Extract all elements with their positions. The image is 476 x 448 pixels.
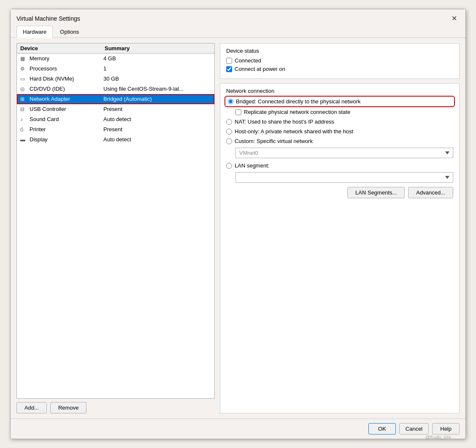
device-row-memory[interactable]: ▦ Memory 4 GB [17,54,214,64]
device-row-cddvd[interactable]: ◎ CD/DVD (IDE) Using file CentOS-Stream-… [17,84,214,94]
device-summary-memory: 4 GB [103,55,211,62]
vmnet-dropdown-row: VMnet0 [235,148,453,158]
close-button[interactable]: ✕ [449,13,460,23]
device-name-network-adapter: Network Adapter [30,96,103,102]
device-name-usb: USB Controller [30,106,103,112]
host-only-radio[interactable] [226,129,232,135]
device-name-cddvd: CD/DVD (IDE) [30,86,103,92]
nat-label: NAT: Used to share the host's IP address [235,119,334,125]
network-adapter-icon: ⊞ [20,96,28,102]
device-name-memory: Memory [30,55,103,62]
bridged-option-row: Bridged: Connected directly to the physi… [226,97,453,105]
device-name-printer: Printer [30,126,103,132]
harddisk-icon: ▭ [20,76,28,82]
tab-hardware[interactable]: Hardware [16,26,53,38]
display-icon: ▬ [20,137,28,143]
advanced-button[interactable]: Advanced... [408,187,453,198]
table-header: Device Summary [17,43,214,54]
processors-icon: ⚙ [20,66,28,72]
cancel-button[interactable]: Cancel [399,423,429,435]
connected-checkbox[interactable] [226,58,232,64]
replicate-row: Replicate physical network connection st… [235,109,453,115]
connected-label: Connected [235,57,261,64]
vmnet-dropdown[interactable]: VMnet0 [235,148,453,158]
soundcard-icon: ♪ [20,116,28,122]
device-row-harddisk[interactable]: ▭ Hard Disk (NVMe) 30 GB [17,74,214,84]
custom-label: Custom: Specific virtual network [235,138,313,144]
virtual-machine-settings-dialog: Virtual Machine Settings ✕ Hardware Opti… [10,9,466,439]
lan-segments-button[interactable]: LAN Segments... [347,187,405,198]
nat-row: NAT: Used to share the host's IP address [226,119,453,125]
connected-row: Connected [226,57,453,64]
col-summary-header: Summary [105,45,211,51]
device-summary-printer: Present [103,126,211,132]
device-row-soundcard[interactable]: ♪ Sound Card Auto detect [17,114,214,124]
device-name-harddisk: Hard Disk (NVMe) [30,76,103,82]
usb-icon: ⊟ [20,106,28,112]
left-buttons: Add... Remove [16,402,215,413]
device-table: Device Summary ▦ Memory 4 GB ⚙ Processor… [16,43,215,399]
nat-radio[interactable] [226,119,232,125]
printer-icon: ⎙ [20,127,28,132]
device-summary-soundcard: Auto detect [103,116,211,122]
power-on-checkbox[interactable] [226,66,232,72]
device-summary-network-adapter: Bridged (Automatic) [103,96,211,102]
lan-dropdown-row [235,172,453,183]
bottom-bar: OK Cancel Help [11,418,465,439]
device-name-display: Display [30,136,103,143]
replicate-checkbox[interactable] [235,109,241,115]
add-button[interactable]: Add... [16,402,47,413]
network-connection-title: Network connection [226,88,453,94]
watermark-text: @Kudo_ichi [426,435,451,440]
device-row-display[interactable]: ▬ Display Auto detect [17,135,214,145]
content-area: Device Summary ▦ Memory 4 GB ⚙ Processor… [11,38,465,418]
tab-bar: Hardware Options [11,26,465,38]
device-row-printer[interactable]: ⎙ Printer Present [17,124,214,135]
device-status-section: Device status Connected Connect at power… [220,43,460,79]
ok-button[interactable]: OK [368,423,396,435]
custom-radio[interactable] [226,138,232,144]
dialog-title: Virtual Machine Settings [16,15,80,22]
bridged-label: Bridged: Connected directly to the physi… [236,98,361,105]
network-connection-section: Network connection Bridged: Connected di… [220,83,460,413]
device-summary-cddvd: Using file CentOS-Stream-9-lat... [103,86,211,92]
bridged-inner: Bridged: Connected directly to the physi… [228,98,452,105]
lan-dropdown[interactable] [235,172,453,183]
memory-icon: ▦ [20,56,28,62]
host-only-row: Host-only: A private network shared with… [226,128,453,135]
power-on-row: Connect at power on [226,66,453,72]
device-row-usb[interactable]: ⊟ USB Controller Present [17,104,214,114]
device-summary-display: Auto detect [103,136,211,143]
device-row-network-adapter[interactable]: ⊞ Network Adapter Bridged (Automatic) [17,94,214,104]
remove-button[interactable]: Remove [50,402,87,413]
device-summary-usb: Present [103,106,211,112]
col-device-header: Device [20,45,105,51]
cddvd-icon: ◎ [20,86,28,92]
action-buttons: LAN Segments... Advanced... [226,187,453,198]
tab-options[interactable]: Options [54,26,85,38]
replicate-label: Replicate physical network connection st… [244,109,350,115]
device-summary-harddisk: 30 GB [103,76,211,82]
title-bar: Virtual Machine Settings ✕ [11,9,465,26]
device-status-title: Device status [226,48,453,54]
device-row-processors[interactable]: ⚙ Processors 1 [17,64,214,74]
help-button[interactable]: Help [432,423,460,435]
custom-row: Custom: Specific virtual network [226,138,453,144]
device-summary-processors: 1 [103,65,211,72]
lan-segment-row: LAN segment: [226,162,453,169]
device-name-soundcard: Sound Card [30,116,103,122]
lan-segment-label: LAN segment: [235,162,269,169]
bridged-radio[interactable] [228,99,233,104]
power-on-label: Connect at power on [235,66,285,72]
right-panel: Device status Connected Connect at power… [220,43,460,413]
left-panel: Device Summary ▦ Memory 4 GB ⚙ Processor… [16,43,215,413]
device-name-processors: Processors [30,65,103,72]
lan-segment-radio[interactable] [226,163,232,169]
host-only-label: Host-only: A private network shared with… [235,128,353,135]
